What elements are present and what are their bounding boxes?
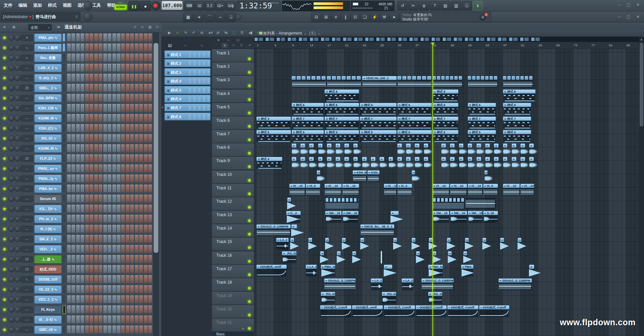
timeline-ruler[interactable]: + ✕⇅⊖ 1591317212529333741454953576165697… (212, 42, 644, 49)
step-cell[interactable] (126, 44, 129, 51)
step-cell[interactable] (90, 265, 93, 273)
stutter-cell[interactable]: ↠ (494, 76, 497, 80)
step-cell[interactable] (135, 104, 139, 112)
audio-clip[interactable]: ↠LA..2 (306, 265, 317, 277)
step-cell[interactable] (148, 215, 152, 223)
step-cell[interactable] (121, 144, 125, 152)
audio-clip[interactable]: ↠PMA..le (428, 265, 443, 277)
picker-pattern-3[interactable]: ヨ样式 3 (164, 68, 211, 76)
countdown-icon[interactable]: 3.2: (205, 1, 215, 10)
audio-clip[interactable]: ↠ (344, 143, 349, 156)
stutter-cell[interactable]: ↠ (476, 76, 480, 80)
channel-mixer-target[interactable]: --- (21, 206, 33, 212)
step-cell[interactable] (108, 295, 111, 303)
channel-pan-knob[interactable] (9, 126, 14, 131)
rack-menu-arrow-icon[interactable]: ▶ (4, 25, 6, 29)
audio-clip[interactable]: ↠ (412, 170, 415, 183)
audio-clip[interactable]: ↠StiickzZ..G 126BPM (421, 278, 454, 291)
scrollbar-up-icon[interactable]: ▲ (640, 38, 643, 41)
track-header-9[interactable]: Track 9--- (212, 157, 254, 170)
step-cell[interactable] (108, 326, 111, 333)
step-cell[interactable] (130, 94, 134, 102)
step-cell[interactable] (112, 305, 116, 313)
step-cell[interactable] (76, 265, 80, 273)
channel-led[interactable] (3, 328, 6, 332)
step-cell[interactable] (139, 54, 143, 61)
step-cell[interactable] (139, 326, 143, 333)
step-cell[interactable] (148, 54, 152, 61)
step-cell[interactable] (80, 114, 84, 122)
step-cell[interactable] (94, 245, 98, 253)
channel-volume-knob[interactable] (15, 297, 20, 302)
step-cell[interactable] (121, 295, 125, 303)
step-cell[interactable] (103, 54, 107, 61)
step-cell[interactable] (90, 84, 93, 92)
step-cell[interactable] (76, 44, 80, 51)
stutter-cell[interactable]: ↠ (512, 76, 515, 80)
step-cell[interactable] (144, 164, 148, 172)
step-cell[interactable] (126, 104, 129, 112)
step-cell[interactable] (76, 124, 80, 132)
step-cell[interactable] (99, 175, 102, 182)
channel-led[interactable] (3, 137, 6, 140)
channel-mixer-target[interactable]: ∿ (21, 55, 33, 61)
step-cell[interactable] (144, 144, 148, 152)
track-header-18[interactable]: Track 18--- (212, 278, 254, 291)
step-cell[interactable] (80, 195, 84, 202)
step-cell[interactable] (144, 134, 148, 142)
audio-clip[interactable]: ↠ (494, 157, 499, 170)
stutter-cell[interactable]: ↠ (481, 76, 484, 80)
audio-clip[interactable]: ↠ (344, 157, 349, 170)
audio-clip[interactable]: ↠SM.._16 (450, 211, 467, 224)
step-cell[interactable] (135, 195, 139, 202)
step-cell[interactable] (71, 54, 75, 61)
step-cell[interactable] (103, 195, 107, 202)
step-cell[interactable] (117, 185, 120, 192)
stutter-cell[interactable]: ↠ (307, 76, 311, 80)
step-cell[interactable] (99, 74, 102, 82)
step-cell[interactable] (108, 225, 111, 233)
undo-icon[interactable]: ↺ (397, 1, 408, 10)
audio-clip[interactable]: ↠ (450, 143, 455, 156)
step-cell[interactable] (126, 285, 129, 293)
playback-tool-icon[interactable]: ◂▮ (249, 31, 253, 35)
channel-led[interactable] (3, 96, 6, 100)
audio-clip[interactable]: ↠_RG..02 (428, 292, 443, 304)
audio-clip[interactable]: ↠ (342, 238, 346, 250)
step-cell[interactable] (148, 74, 152, 82)
picker-panel-icon[interactable]: ⊟ (311, 12, 321, 22)
pattern-clip[interactable]: ヨ样式 5 (397, 130, 432, 143)
step-cell[interactable] (90, 34, 93, 41)
step-cell[interactable] (85, 245, 89, 253)
step-cell[interactable] (67, 295, 71, 303)
step-cell[interactable] (121, 326, 125, 333)
track-header-2[interactable]: Track 2--- (212, 62, 254, 76)
pause-button[interactable]: ❚❚ (128, 1, 140, 11)
channel-led[interactable] (3, 187, 6, 191)
step-cell[interactable] (148, 316, 152, 323)
stutter-cell[interactable]: ↠ (346, 76, 351, 80)
step-cell[interactable] (135, 154, 139, 162)
slip-tool-icon[interactable]: ⇄ (216, 31, 219, 35)
automation-clip[interactable]: ∿DDD柱式..Cutoff (384, 305, 415, 318)
step-cell[interactable] (121, 94, 125, 102)
channel-volume-knob[interactable] (15, 85, 20, 91)
step-cell[interactable] (80, 305, 84, 313)
stutter-cell[interactable]: ↠ (402, 76, 407, 80)
step-cell[interactable] (71, 114, 75, 122)
audio-clip[interactable]: ↠ (518, 238, 522, 250)
step-cell[interactable] (85, 54, 89, 61)
step-cell[interactable] (108, 124, 111, 132)
step-cell[interactable] (103, 316, 107, 323)
rack-swing-icon[interactable]: ◉ (12, 25, 15, 29)
step-cell[interactable] (121, 195, 125, 202)
channel-button[interactable]: PMAL..ty ∿ (34, 175, 62, 183)
step-cell[interactable] (80, 84, 84, 92)
step-cell[interactable] (94, 175, 98, 182)
step-cell[interactable] (71, 164, 75, 172)
step-cell[interactable] (76, 235, 80, 243)
stutter-cell[interactable]: ↠ (437, 76, 440, 80)
step-cell[interactable] (67, 326, 71, 333)
touch-icon[interactable]: ➤ (389, 12, 399, 22)
step-cell[interactable] (103, 134, 107, 142)
